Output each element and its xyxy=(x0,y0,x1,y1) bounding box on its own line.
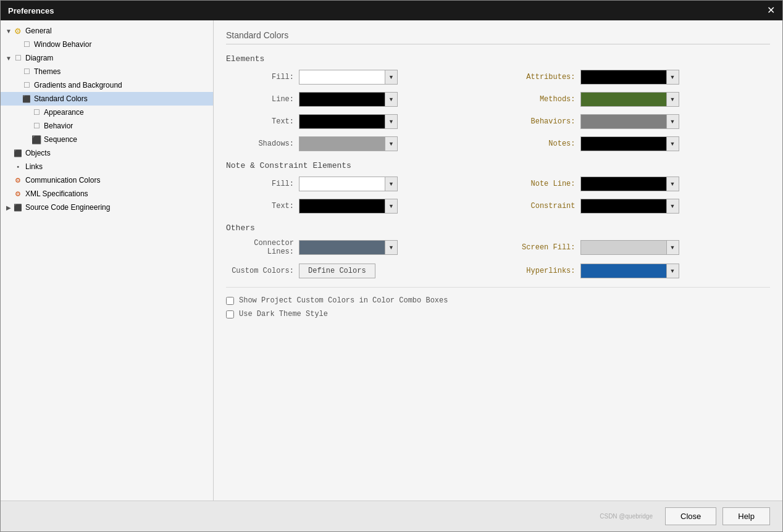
methods-dropdown-btn[interactable]: ▼ xyxy=(666,93,679,106)
screen-fill-color-select[interactable]: ▼ xyxy=(580,240,679,255)
help-button[interactable]: Help xyxy=(722,507,770,525)
watermark: CSDN @quebridge xyxy=(600,513,653,520)
panel-title: Standard Colors xyxy=(226,30,770,44)
footer: CSDN @quebridge Close Help xyxy=(1,501,782,531)
behaviors-dropdown-btn[interactable]: ▼ xyxy=(666,115,679,128)
sidebar-item-window-behavior[interactable]: ☐ Window Behavior xyxy=(1,38,213,51)
nc-text-swatch xyxy=(299,199,385,213)
note-line-swatch xyxy=(581,177,666,191)
note-line-color-select[interactable]: ▼ xyxy=(580,177,679,191)
sidebar-item-gradients[interactable]: ☐ Gradients and Background xyxy=(1,78,213,92)
fill-color-select[interactable]: ▼ xyxy=(299,70,398,85)
expand-links xyxy=(4,162,13,171)
notes-label: Notes: xyxy=(508,139,576,148)
constraint-color-select[interactable]: ▼ xyxy=(580,199,679,214)
screen-fill-dropdown-btn[interactable]: ▼ xyxy=(666,241,679,254)
notes-dropdown-btn[interactable]: ▼ xyxy=(666,137,679,151)
define-colors-button[interactable]: Define Colors xyxy=(299,264,375,278)
folder-icon-appearance: ☐ xyxy=(31,107,41,117)
methods-color-select[interactable]: ▼ xyxy=(580,92,679,107)
elements-line-row: Line: ▼ xyxy=(226,92,489,107)
sidebar-item-appearance[interactable]: ☐ Appearance xyxy=(1,106,213,119)
use-dark-theme-checkbox[interactable] xyxy=(226,310,234,318)
close-window-button[interactable]: ✕ xyxy=(767,6,775,15)
attributes-color-select[interactable]: ▼ xyxy=(580,70,679,85)
close-button[interactable]: Close xyxy=(665,507,716,525)
note-line-label: Note Line: xyxy=(508,180,576,188)
sidebar-item-links[interactable]: ⦁ Links xyxy=(1,160,213,173)
expand-standard-colors xyxy=(13,94,22,103)
sidebar-label-objects: Objects xyxy=(25,149,51,157)
nc-text-dropdown-btn[interactable]: ▼ xyxy=(385,199,397,213)
connector-lines-swatch xyxy=(299,241,385,254)
hyperlinks-color-select[interactable]: ▼ xyxy=(580,264,679,278)
notes-row: Notes: ▼ xyxy=(508,136,771,151)
use-dark-theme-row: Use Dark Theme Style xyxy=(226,310,770,318)
expand-xml xyxy=(4,189,13,198)
behaviors-label: Behaviors: xyxy=(508,117,576,126)
hyperlinks-swatch xyxy=(581,264,666,278)
methods-label: Methods: xyxy=(508,95,576,104)
shadows-color-select[interactable]: ▼ xyxy=(299,136,398,151)
note-line-dropdown-btn[interactable]: ▼ xyxy=(666,177,679,191)
note-constraint-heading: Note & Constraint Elements xyxy=(226,161,770,170)
hyperlinks-dropdown-btn[interactable]: ▼ xyxy=(666,264,679,278)
line-color-select[interactable]: ▼ xyxy=(299,92,398,107)
shadows-dropdown-btn[interactable]: ▼ xyxy=(385,137,397,151)
folder-icon-gradients: ☐ xyxy=(22,80,31,90)
fill-label: Fill: xyxy=(226,73,294,81)
sidebar-item-diagram[interactable]: ▼ ☐ Diagram xyxy=(1,51,213,65)
expand-gradients xyxy=(13,81,22,89)
text-dropdown-btn[interactable]: ▼ xyxy=(385,115,397,128)
nc-fill-color-select[interactable]: ▼ xyxy=(299,177,398,191)
notes-swatch xyxy=(581,137,666,151)
sidebar-item-source-code[interactable]: ▶ ⬛ Source Code Engineering xyxy=(1,201,213,214)
screen-fill-swatch xyxy=(581,241,666,254)
fill-dropdown-btn[interactable]: ▼ xyxy=(385,70,397,84)
others-grid: Connector Lines: ▼ Screen Fill: ▼ xyxy=(226,239,770,278)
show-project-colors-checkbox[interactable] xyxy=(226,297,234,305)
connector-lines-color-select[interactable]: ▼ xyxy=(299,240,398,255)
nc-fill-dropdown-btn[interactable]: ▼ xyxy=(385,177,397,191)
window-title: Preferences xyxy=(8,6,54,15)
sidebar-item-themes[interactable]: ☐ Themes xyxy=(1,65,213,78)
elements-fill-row: Fill: ▼ xyxy=(226,70,489,85)
sidebar-item-standard-colors[interactable]: ⬛ Standard Colors xyxy=(1,92,213,106)
connector-lines-dropdown-btn[interactable]: ▼ xyxy=(385,241,397,254)
sidebar-item-communication-colors[interactable]: ⚙ Communication Colors xyxy=(1,173,213,187)
use-dark-theme-label: Use Dark Theme Style xyxy=(239,310,328,318)
sequence-icon: ⬛ xyxy=(31,135,41,144)
elements-grid: Fill: ▼ Attributes: ▼ Line: xyxy=(226,70,770,151)
sidebar-label-standard-colors: Standard Colors xyxy=(34,94,88,103)
line-swatch xyxy=(299,93,385,106)
sidebar-label-window-behavior: Window Behavior xyxy=(34,40,91,49)
constraint-label: Constraint xyxy=(508,202,576,210)
general-icon: ⚙ xyxy=(13,26,23,36)
links-icon: ⦁ xyxy=(13,162,23,172)
sidebar-item-xml-specifications[interactable]: ⚙ XML Specifications xyxy=(1,187,213,201)
text-label: Text: xyxy=(226,117,294,126)
standard-colors-icon: ⬛ xyxy=(22,94,31,104)
others-heading: Others xyxy=(226,223,770,233)
constraint-dropdown-btn[interactable]: ▼ xyxy=(666,199,679,213)
sidebar-label-appearance: Appearance xyxy=(44,108,84,117)
behaviors-color-select[interactable]: ▼ xyxy=(580,114,679,129)
sidebar-item-behavior[interactable]: ☐ Behavior xyxy=(1,119,213,133)
behaviors-row: Behaviors: ▼ xyxy=(508,114,771,129)
text-color-select[interactable]: ▼ xyxy=(299,114,398,129)
folder-icon-wb: ☐ xyxy=(22,39,31,49)
folder-icon-themes: ☐ xyxy=(22,67,31,77)
notes-color-select[interactable]: ▼ xyxy=(580,136,679,151)
fill-swatch xyxy=(299,70,385,84)
sidebar-item-objects[interactable]: ⬛ Objects xyxy=(1,146,213,160)
custom-colors-label: Custom Colors: xyxy=(226,267,294,275)
expand-themes xyxy=(13,67,22,76)
attributes-dropdown-btn[interactable]: ▼ xyxy=(666,70,679,84)
methods-row: Methods: ▼ xyxy=(508,92,771,107)
sidebar-item-sequence[interactable]: ⬛ Sequence xyxy=(1,133,213,146)
line-dropdown-btn[interactable]: ▼ xyxy=(385,93,397,106)
expand-behavior xyxy=(23,122,31,130)
divider xyxy=(226,287,770,288)
nc-text-color-select[interactable]: ▼ xyxy=(299,199,398,214)
sidebar-item-general[interactable]: ▼ ⚙ General xyxy=(1,24,213,38)
